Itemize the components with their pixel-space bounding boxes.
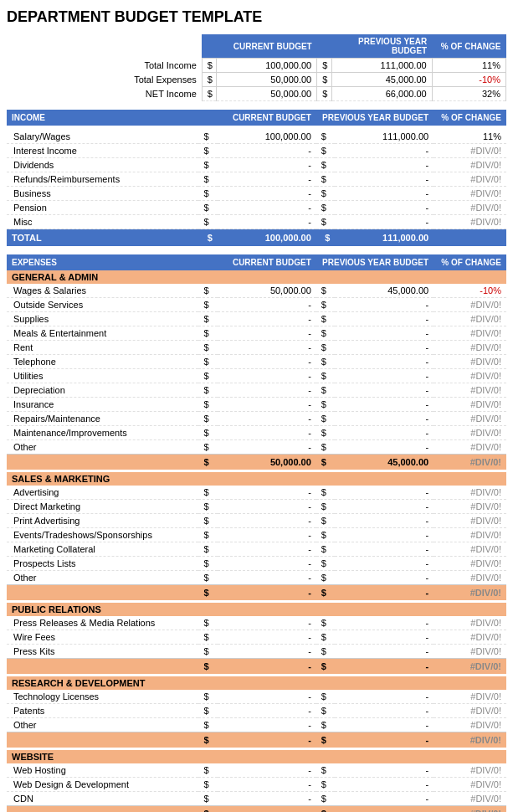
expenses-previous: - [335,312,433,326]
expenses-previous: - [335,542,433,557]
expenses-previous: 45,000.00 [335,284,433,298]
income-current: - [218,144,316,158]
expenses-current: - [218,571,316,585]
expenses-current: - [218,645,316,659]
expenses-row-label: Web Design & Development [7,778,198,792]
summary-row: NET Income $ 50,000.00 $ 66,000.00 32% [7,87,506,101]
income-pct: #DIV/0! [433,172,506,187]
income-pct: #DIV/0! [433,215,506,229]
income-pct: #DIV/0! [433,201,506,215]
expenses-dollar2: $ [316,284,335,298]
expenses-current: - [218,616,316,630]
expenses-previous: - [335,500,433,514]
income-previous: - [335,187,433,201]
expenses-dollar: $ [198,298,217,312]
expenses-data-row: Advertising $ - $ - #DIV/0! [7,486,506,500]
expenses-data-row: Press Releases & Media Relations $ - $ -… [7,616,506,630]
income-header-pct: % OF CHANGE [433,110,506,126]
summary-previous: 45,000.00 [331,73,432,87]
expenses-pct: #DIV/0! [433,718,506,732]
expenses-dollar: $ [198,763,217,778]
expenses-pct: #DIV/0! [433,440,506,455]
expenses-section-total-label [7,585,198,601]
page-title: DEPARTMENT BUDGET TEMPLATE [7,8,506,26]
expenses-section-total-dollar2: $ [316,806,335,813]
expenses-dollar: $ [198,355,217,369]
expenses-dollar: $ [198,383,217,398]
expenses-previous: - [335,341,433,355]
expenses-pct: #DIV/0! [433,500,506,514]
income-dollar2: $ [316,130,335,144]
expenses-row-label: Depreciation [7,383,198,398]
income-total-current: 100,000.00 [218,229,316,247]
expenses-dollar: $ [198,341,217,355]
expenses-data-row: Telephone $ - $ - #DIV/0! [7,355,506,369]
expenses-section-total-label [7,455,198,470]
expenses-dollar2: $ [316,542,335,557]
income-dollar2: $ [316,201,335,215]
expenses-current: - [218,440,316,455]
income-previous: - [335,144,433,158]
expenses-section-total-dollar: $ [198,585,217,601]
expenses-section-total-previous: - [335,732,433,748]
expenses-data-row: Maintenance/Improvements $ - $ - #DIV/0! [7,426,506,440]
expenses-category-header: PUBLIC RELATIONS [7,603,506,616]
income-pct: #DIV/0! [433,144,506,158]
income-total-label: TOTAL [7,229,198,247]
summary-row-label: Total Income [7,59,202,73]
expenses-row-label: Web Hosting [7,763,198,778]
expenses-dollar: $ [198,792,217,806]
expenses-previous: - [335,763,433,778]
expenses-previous: - [335,778,433,792]
expenses-previous: - [335,571,433,585]
income-dollar2: $ [316,215,335,229]
expenses-dollar2: $ [316,312,335,326]
expenses-previous: - [335,557,433,571]
expenses-pct: #DIV/0! [433,486,506,500]
expenses-previous: - [335,486,433,500]
income-total-pct [433,229,506,247]
income-previous: - [335,201,433,215]
expenses-row-label: Maintenance/Improvements [7,426,198,440]
expenses-previous: - [335,326,433,341]
expenses-pct: #DIV/0! [433,571,506,585]
income-current: - [218,201,316,215]
summary-dollar2: $ [317,73,332,87]
expenses-category-label: PUBLIC RELATIONS [7,603,506,616]
expenses-section-total-label [7,659,198,675]
expenses-previous: - [335,528,433,542]
summary-row: Total Income $ 100,000.00 $ 111,000.00 1… [7,59,506,73]
income-total-previous: 111,000.00 [335,229,433,247]
expenses-section-total-previous: - [335,659,433,675]
expenses-pct: #DIV/0! [433,645,506,659]
expenses-section-total-pct: #DIV/0! [433,806,506,813]
income-total-row: TOTAL $ 100,000.00 $ 111,000.00 [7,229,506,247]
expenses-data-row: Other $ - $ - #DIV/0! [7,440,506,455]
income-row-label: Misc [7,215,198,229]
income-row-label: Salary/Wages [7,130,198,144]
expenses-section-total: $ 50,000.00 $ 45,000.00 #DIV/0! [7,455,506,470]
income-current: - [218,215,316,229]
expenses-row-label: Press Releases & Media Relations [7,616,198,630]
expenses-current: - [218,355,316,369]
expenses-section-total-dollar: $ [198,455,217,470]
expenses-row-label: Prospects Lists [7,557,198,571]
summary-header-current: CURRENT BUDGET [202,34,316,59]
expenses-section-total-dollar2: $ [316,732,335,748]
expenses-section-total-dollar: $ [198,806,217,813]
expenses-previous: - [335,616,433,630]
expenses-pct: #DIV/0! [433,557,506,571]
expenses-previous: - [335,690,433,704]
expenses-section-total: $ - $ - #DIV/0! [7,806,506,813]
expenses-pct: #DIV/0! [433,514,506,528]
expenses-data-row: Wages & Salaries $ 50,000.00 $ 45,000.00… [7,284,506,298]
income-previous: - [335,215,433,229]
expenses-dollar: $ [198,284,217,298]
expenses-dollar2: $ [316,341,335,355]
income-pct: #DIV/0! [433,187,506,201]
expenses-category-header: GENERAL & ADMIN [7,270,506,284]
expenses-dollar: $ [198,571,217,585]
expenses-previous: - [335,383,433,398]
expenses-current: - [218,528,316,542]
expenses-data-row: Insurance $ - $ - #DIV/0! [7,398,506,412]
